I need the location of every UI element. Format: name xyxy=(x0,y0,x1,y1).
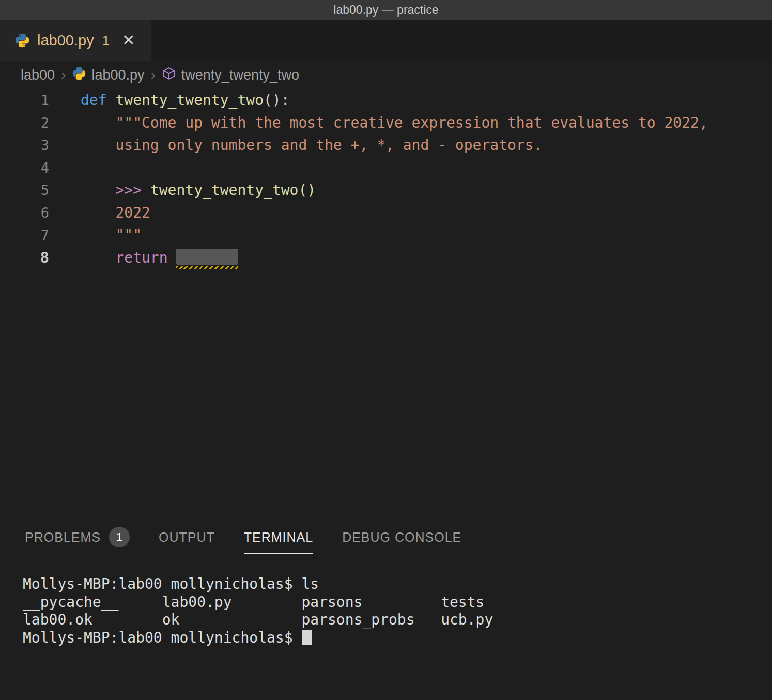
code-line[interactable]: """Come up with the most creative expres… xyxy=(81,112,772,134)
terminal-line: Mollys-MBP:lab00 mollynicholas$ xyxy=(23,629,772,647)
code-token: return xyxy=(115,249,176,266)
editor-gutter[interactable]: 12345678 xyxy=(0,89,62,515)
terminal-line: lab00.ok ok parsons_probs ucb.py xyxy=(23,611,772,629)
code-token xyxy=(81,249,115,266)
line-number: 1 xyxy=(0,89,49,112)
line-number: 3 xyxy=(0,134,49,157)
tab-output[interactable]: OUTPUT xyxy=(159,522,215,554)
code-token: (): xyxy=(264,92,290,109)
editor-code[interactable]: def twenty_twenty_two(): """Come up with… xyxy=(62,89,772,515)
breadcrumb: lab00 › lab00.py › twenty_twenty_two xyxy=(0,61,772,89)
breadcrumb-folder-label: lab00 xyxy=(21,67,55,83)
tab-output-label: OUTPUT xyxy=(159,530,215,545)
code-token xyxy=(81,181,115,199)
symbol-cube-icon xyxy=(162,66,176,84)
breadcrumb-item-folder[interactable]: lab00 xyxy=(21,67,55,83)
terminal-output: Mollys-MBP:lab00 mollynicholas$ ls__pyca… xyxy=(23,575,772,647)
terminal[interactable]: Mollys-MBP:lab00 mollynicholas$ ls__pyca… xyxy=(0,561,772,647)
close-icon[interactable]: ✕ xyxy=(122,33,135,48)
code-token: twenty_twenty_two xyxy=(115,92,264,109)
code-line[interactable]: >>> twenty_twenty_two() xyxy=(81,179,772,202)
python-icon xyxy=(72,66,86,84)
tab-lab00-py[interactable]: lab00.py 1 ✕ xyxy=(0,20,151,61)
breadcrumb-item-file[interactable]: lab00.py xyxy=(72,66,144,84)
code-line[interactable]: using only numbers and the +, *, and - o… xyxy=(81,134,772,157)
indent-guide xyxy=(82,112,82,269)
editor-tab-strip: lab00.py 1 ✕ xyxy=(0,20,772,61)
line-number: 4 xyxy=(0,157,49,179)
code-token: """Come up with the most creative expres… xyxy=(81,114,708,131)
tab-debug-console[interactable]: DEBUG CONSOLE xyxy=(342,522,461,554)
code-token: 2022 xyxy=(81,204,150,221)
code-token: >>> xyxy=(115,181,150,199)
terminal-line: Mollys-MBP:lab00 mollynicholas$ ls xyxy=(23,575,772,594)
tab-problems[interactable]: PROBLEMS 1 xyxy=(25,522,130,554)
code-token: def xyxy=(81,92,115,109)
window-titlebar: lab00.py — practice xyxy=(0,0,772,20)
chevron-right-icon: › xyxy=(61,67,66,83)
tab-debug-console-label: DEBUG CONSOLE xyxy=(342,530,461,545)
tab-terminal-label: TERMINAL xyxy=(244,530,313,545)
line-number: 7 xyxy=(0,224,49,247)
line-number: 5 xyxy=(0,179,49,202)
window-title: lab00.py — practice xyxy=(333,3,438,17)
line-number: 2 xyxy=(0,112,49,134)
terminal-cursor xyxy=(302,630,312,645)
code-line[interactable] xyxy=(81,157,772,179)
code-line[interactable]: def twenty_twenty_two(): xyxy=(81,89,772,112)
code-token: using only numbers and the +, *, and - o… xyxy=(81,136,542,154)
line-number: 8 xyxy=(0,247,49,269)
python-icon xyxy=(14,33,30,48)
selection-highlight xyxy=(176,249,238,265)
code-line[interactable]: """ xyxy=(81,224,772,247)
bottom-panel: PROBLEMS 1 OUTPUT TERMINAL DEBUG CONSOLE… xyxy=(0,515,772,700)
breadcrumb-file-label: lab00.py xyxy=(91,67,144,83)
terminal-line: __pycache__ lab00.py parsons tests xyxy=(23,594,772,612)
chevron-right-icon: › xyxy=(151,67,156,83)
breadcrumb-symbol-label: twenty_twenty_two xyxy=(181,67,299,83)
code-token: twenty_twenty_two() xyxy=(150,181,316,199)
panel-tab-bar: PROBLEMS 1 OUTPUT TERMINAL DEBUG CONSOLE xyxy=(0,515,772,561)
tab-problems-label: PROBLEMS xyxy=(25,530,101,545)
code-line[interactable]: return xyxy=(81,247,772,269)
line-number: 6 xyxy=(0,202,49,224)
breadcrumb-item-symbol[interactable]: twenty_twenty_two xyxy=(162,66,299,84)
code-token: """ xyxy=(81,226,142,244)
tab-filename: lab00.py xyxy=(37,32,94,49)
problems-count-badge: 1 xyxy=(109,527,130,547)
tab-terminal[interactable]: TERMINAL xyxy=(244,522,313,554)
tab-problem-count: 1 xyxy=(102,33,110,49)
code-editor[interactable]: 12345678 def twenty_twenty_two(): """Com… xyxy=(0,89,772,515)
code-line[interactable]: 2022 xyxy=(81,202,772,224)
